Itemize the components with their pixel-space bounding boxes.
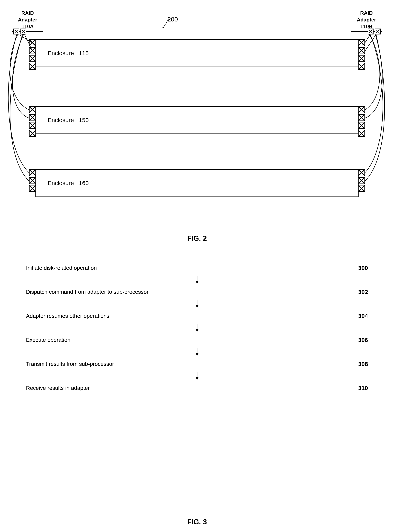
svg-line-5 <box>365 34 376 51</box>
flow-step-310-num: 310 <box>358 385 368 391</box>
down-arrow-1 <box>195 276 199 284</box>
enc-160-port-l3 <box>29 185 36 192</box>
enc-160-port-l2 <box>29 177 36 184</box>
enc-115-port-r4 <box>358 63 365 70</box>
arrow-308-310 <box>20 372 374 380</box>
flow-step-306-num: 306 <box>358 337 368 343</box>
enc-150-port-l4 <box>29 130 36 137</box>
flow-box-302: Dispatch command from adapter to sub-pro… <box>20 284 374 300</box>
svg-marker-11 <box>196 329 198 332</box>
fig3-label: FIG. 3 <box>187 518 207 526</box>
raid-adapter-b-label-line1: RAID Adapter <box>357 10 376 23</box>
fig3-label-container: FIG. 3 <box>0 518 394 526</box>
enc-115-port-r1 <box>358 39 365 46</box>
flow-step-306-text: Execute operation <box>26 337 71 343</box>
flow-step-300-num: 300 <box>358 265 368 271</box>
flow-step-308-text: Transmit results from sub-processor <box>26 361 114 367</box>
flow-step-304-num: 304 <box>358 313 368 319</box>
fig3-section: Initiate disk-related operation 300 Disp… <box>0 260 394 396</box>
enc-115-port-l2 <box>29 47 36 54</box>
enc-150-ports-left <box>29 106 36 137</box>
enc-160-ports-left <box>29 169 36 192</box>
fig2-label: FIG. 2 <box>0 234 394 243</box>
svg-marker-1 <box>162 26 164 28</box>
enclosure-160: Enclosure 160 <box>36 169 358 197</box>
enc-150-port-l1 <box>29 106 36 113</box>
enc-160-ports-right <box>358 169 365 192</box>
raid-b-connectors <box>368 29 381 34</box>
flow-step-302-num: 302 <box>358 289 368 295</box>
enc-150-port-r2 <box>358 114 365 121</box>
enc-160-port-r3 <box>358 185 365 192</box>
flow-box-308: Transmit results from sub-processor 308 <box>20 356 374 372</box>
diagram-label-200: 200 <box>167 16 178 23</box>
flow-step-308-num: 308 <box>358 361 368 367</box>
flow-step-300-text: Initiate disk-related operation <box>26 265 97 271</box>
enc-150-port-l2 <box>29 114 36 121</box>
enc-115-port-l4 <box>29 63 36 70</box>
enclosure-115-label: Enclosure 115 <box>48 50 89 57</box>
flow-step-304-text: Adapter resumes other operations <box>26 313 109 319</box>
svg-marker-9 <box>196 305 198 308</box>
flow-box-304: Adapter resumes other operations 304 <box>20 308 374 324</box>
arrow-306-308 <box>20 348 374 356</box>
down-arrow-4 <box>195 348 199 356</box>
down-arrow-3 <box>195 324 199 332</box>
enc-160-port-r2 <box>358 177 365 184</box>
raid-adapter-a-label-line1: RAID Adapter <box>18 10 37 23</box>
enc-150-port-l3 <box>29 122 36 129</box>
raid-a-connectors <box>13 29 26 34</box>
raid-adapter-a: RAID Adapter 110A <box>12 8 43 32</box>
flow-box-300: Initiate disk-related operation 300 <box>20 260 374 276</box>
enc-160-port-r1 <box>358 169 365 176</box>
enc-160-port-l1 <box>29 169 36 176</box>
down-arrow-5 <box>195 372 199 380</box>
svg-line-4 <box>365 34 370 43</box>
raid-b-conn-2 <box>375 29 381 34</box>
raid-b-conn-1 <box>368 29 373 34</box>
enclosure-150-label: Enclosure 150 <box>48 117 89 124</box>
svg-marker-7 <box>196 281 198 284</box>
enc-150-ports-right <box>358 106 365 137</box>
arrow-302-304 <box>20 300 374 308</box>
enc-150-port-r1 <box>358 106 365 113</box>
enc-150-port-r4 <box>358 130 365 137</box>
enc-115-port-l1 <box>29 39 36 46</box>
diagram-arrow <box>161 18 171 30</box>
flow-step-302-text: Dispatch command from adapter to sub-pro… <box>26 289 149 295</box>
flow-box-306: Execute operation 306 <box>20 332 374 348</box>
arrow-300-302 <box>20 276 374 284</box>
enc-115-ports-right <box>358 39 365 70</box>
enc-115-port-r3 <box>358 55 365 62</box>
flow-step-310-text: Receive results in adapter <box>26 385 90 391</box>
raid-adapter-b: RAID Adapter 110B <box>351 8 382 32</box>
enclosure-150: Enclosure 150 <box>36 106 358 134</box>
enc-150-port-r3 <box>358 122 365 129</box>
flow-box-310: Receive results in adapter 310 <box>20 380 374 396</box>
arrow-304-306 <box>20 324 374 332</box>
enc-115-ports-left <box>29 39 36 70</box>
enclosure-115: Enclosure 115 <box>36 39 358 67</box>
fig2-section: RAID Adapter 110A RAID Adapter 110B 200 … <box>0 0 394 252</box>
svg-marker-13 <box>196 353 198 356</box>
enc-115-port-r2 <box>358 47 365 54</box>
enc-115-port-l3 <box>29 55 36 62</box>
raid-a-conn-2 <box>21 29 26 34</box>
down-arrow-2 <box>195 300 199 308</box>
raid-a-conn-1 <box>13 29 19 34</box>
enclosure-160-label: Enclosure 160 <box>48 180 89 186</box>
svg-marker-15 <box>196 377 198 380</box>
